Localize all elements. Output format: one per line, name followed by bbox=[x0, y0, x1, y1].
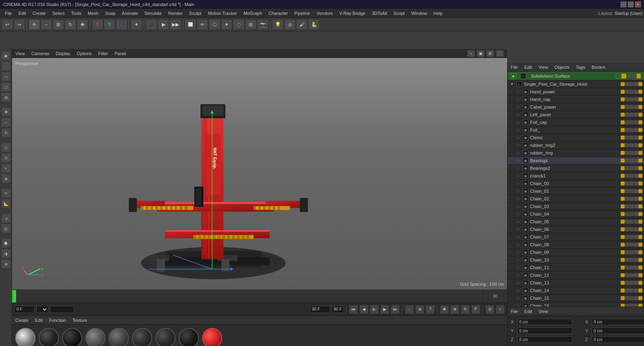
render-to-po[interactable]: ▶▶ bbox=[170, 19, 181, 30]
dot[interactable] bbox=[630, 136, 634, 140]
obj-tab-edit[interactable]: Edit bbox=[524, 65, 532, 70]
obj-item-left-panel[interactable]: ▷▣Left_panel bbox=[508, 111, 644, 119]
dot[interactable] bbox=[625, 105, 629, 109]
obj-item-chain-05[interactable]: ▷▣Chain_05 bbox=[508, 218, 644, 226]
dot[interactable] bbox=[621, 151, 625, 155]
mat-tab-function[interactable]: Function bbox=[49, 318, 66, 323]
obj-item-chain-08[interactable]: ▷▣Chain_08 bbox=[508, 241, 644, 249]
dot[interactable] bbox=[634, 136, 638, 140]
tool-select-live[interactable]: ◇ bbox=[1, 142, 11, 152]
dot[interactable] bbox=[638, 136, 642, 140]
dot[interactable] bbox=[634, 189, 638, 193]
menu-simulate[interactable]: Simulate bbox=[141, 10, 165, 16]
dot[interactable] bbox=[621, 128, 625, 132]
material-other-n1[interactable]: Other_n bbox=[132, 328, 152, 346]
dot-5[interactable] bbox=[638, 82, 642, 86]
render-viewport[interactable]: ▶ bbox=[158, 19, 169, 30]
snap-lasso[interactable]: ◌ bbox=[233, 19, 244, 30]
dot[interactable] bbox=[634, 296, 638, 300]
anim-play[interactable]: ▶ bbox=[370, 305, 379, 314]
dot[interactable] bbox=[621, 90, 625, 94]
menu-create[interactable]: Create bbox=[29, 10, 49, 16]
dot[interactable] bbox=[634, 273, 638, 277]
obj-tab-bookm[interactable]: Bookm bbox=[592, 65, 605, 70]
mode-scale[interactable]: ⊞ bbox=[53, 19, 64, 30]
light-btn[interactable]: 💡 bbox=[272, 19, 283, 30]
anim-loop[interactable]: ↻ bbox=[461, 305, 470, 314]
dot[interactable] bbox=[625, 128, 629, 132]
dot[interactable] bbox=[621, 243, 625, 247]
dot[interactable] bbox=[621, 220, 625, 224]
obj-item-chain-11[interactable]: ▷▣Chain_11 bbox=[508, 264, 644, 272]
dot[interactable] bbox=[638, 235, 642, 239]
dot[interactable] bbox=[630, 227, 634, 231]
dot[interactable] bbox=[634, 143, 638, 147]
coord-x-input[interactable] bbox=[517, 319, 572, 325]
obj-item-clems[interactable]: ▷▣Clems bbox=[508, 134, 644, 142]
dot[interactable] bbox=[638, 304, 642, 307]
dot[interactable] bbox=[621, 174, 625, 178]
dot[interactable] bbox=[630, 120, 634, 124]
dot[interactable] bbox=[625, 90, 629, 94]
vp-menu-filter[interactable]: Filter bbox=[98, 51, 108, 56]
material-other-n2[interactable]: Other_n bbox=[155, 328, 175, 346]
dot[interactable] bbox=[634, 105, 638, 109]
obj-tab-file[interactable]: File bbox=[511, 65, 518, 70]
dot[interactable] bbox=[621, 250, 625, 254]
dot[interactable] bbox=[625, 120, 629, 124]
dot[interactable] bbox=[625, 243, 629, 247]
python-btn[interactable]: 🐍 bbox=[308, 19, 320, 30]
frame-type-select[interactable]: F bbox=[36, 306, 48, 313]
menu-window[interactable]: Window bbox=[408, 10, 430, 16]
dot[interactable] bbox=[638, 90, 642, 94]
dot[interactable] bbox=[625, 166, 629, 170]
obj-item-chain-03[interactable]: ▷▣Chain_03 bbox=[508, 203, 644, 210]
dot[interactable] bbox=[634, 235, 638, 239]
dot[interactable] bbox=[625, 204, 629, 208]
dot[interactable] bbox=[625, 143, 629, 147]
scene-root-expand[interactable]: ▼ bbox=[509, 81, 515, 87]
dot[interactable] bbox=[625, 159, 629, 163]
coord-y-input[interactable] bbox=[517, 327, 572, 334]
dot[interactable] bbox=[621, 281, 625, 285]
obj-item-hand-power[interactable]: ▷▣Hand_power bbox=[508, 88, 644, 96]
dot[interactable] bbox=[621, 227, 625, 231]
dot[interactable] bbox=[621, 166, 625, 170]
menu-tools[interactable]: Tools bbox=[68, 10, 85, 16]
obj-tab-objects[interactable]: Objects bbox=[554, 65, 569, 70]
menu-character[interactable]: Character bbox=[265, 10, 291, 16]
axis-x[interactable]: X bbox=[92, 19, 103, 30]
coord-z-input[interactable] bbox=[517, 336, 572, 343]
material-plastic-r[interactable]: Plastic_r bbox=[179, 328, 199, 346]
dot[interactable] bbox=[630, 235, 634, 239]
dot[interactable] bbox=[621, 136, 625, 140]
dot[interactable] bbox=[621, 197, 625, 201]
render-region[interactable]: ⬛ bbox=[146, 19, 157, 30]
dot[interactable] bbox=[638, 181, 642, 185]
subdiv-expand[interactable]: ▶ bbox=[511, 73, 516, 79]
dot[interactable] bbox=[630, 304, 634, 307]
obj-item-chain-15[interactable]: ▷▣Chain_15 bbox=[508, 295, 644, 302]
obj-item-foil-[interactable]: ▷▣Foil_ bbox=[508, 126, 644, 134]
dot[interactable] bbox=[630, 166, 634, 170]
tool-lattice[interactable]: ⬢ bbox=[1, 238, 11, 248]
dot[interactable] bbox=[634, 120, 638, 124]
dot[interactable] bbox=[621, 181, 625, 185]
dot[interactable] bbox=[634, 220, 638, 224]
viewport-canvas[interactable]: Perspective Grid Spacing : 100 cm bbox=[12, 58, 507, 290]
menu-vendors[interactable]: Vendors bbox=[313, 10, 336, 16]
menu-mesh[interactable]: Mesh bbox=[85, 10, 102, 16]
vp-btn-1[interactable]: ⤡ bbox=[467, 50, 475, 57]
dot[interactable] bbox=[625, 174, 629, 178]
dot[interactable] bbox=[638, 266, 642, 270]
dot[interactable] bbox=[630, 250, 634, 254]
tool-rotate[interactable]: ↻ bbox=[1, 128, 11, 138]
dot[interactable] bbox=[634, 281, 638, 285]
anim-delete-key[interactable]: ⊕ bbox=[450, 305, 459, 314]
dot[interactable] bbox=[630, 174, 634, 178]
dot[interactable] bbox=[634, 243, 638, 247]
vp-menu-view[interactable]: View bbox=[15, 51, 25, 56]
mode-add[interactable]: ✚ bbox=[77, 19, 88, 30]
obj-item-chain-16[interactable]: ▷▣Chain_16 bbox=[508, 302, 644, 307]
material-chrome[interactable]: Chrome bbox=[15, 328, 35, 346]
